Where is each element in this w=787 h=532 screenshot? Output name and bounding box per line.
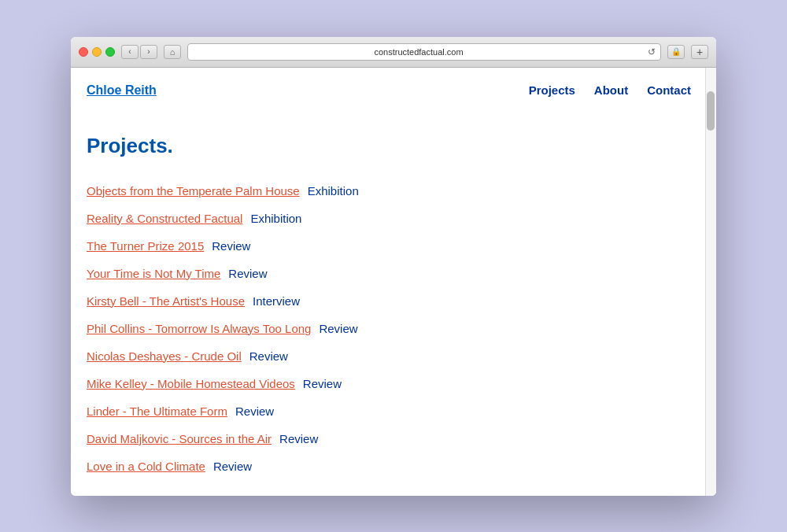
- project-type-4: Review: [228, 265, 267, 282]
- project-type-7: Review: [249, 348, 288, 364]
- project-type-5: Interview: [253, 293, 300, 309]
- project-link-11[interactable]: Love in a Cold Climate: [87, 458, 205, 475]
- site-logo[interactable]: Chloe Reith: [87, 83, 157, 98]
- project-list: Objects from the Temperate Palm House Ex…: [87, 177, 691, 480]
- minimize-button[interactable]: [92, 47, 102, 57]
- project-link-7[interactable]: Nicolas Deshayes - Crude Oil: [87, 348, 242, 364]
- project-type-6: Review: [319, 320, 357, 337]
- list-item: Nicolas Deshayes - Crude Oil Review: [87, 342, 691, 370]
- forward-button[interactable]: ›: [140, 45, 157, 59]
- nav-about[interactable]: About: [594, 83, 628, 97]
- list-item: Objects from the Temperate Palm House Ex…: [87, 177, 691, 205]
- nav-links: Projects About Contact: [529, 83, 691, 97]
- list-item: Kirsty Bell - The Artist's House Intervi…: [87, 287, 691, 315]
- maximize-button[interactable]: [105, 47, 115, 57]
- project-link-2[interactable]: Reality & Constructed Factual: [87, 210, 242, 227]
- project-type-3: Review: [212, 238, 250, 254]
- new-tab-button[interactable]: +: [691, 45, 708, 59]
- project-link-8[interactable]: Mike Kelley - Mobile Homestead Videos: [87, 375, 295, 392]
- traffic-lights: [79, 47, 115, 57]
- nav-buttons: ‹ ›: [121, 45, 157, 59]
- project-link-4[interactable]: Your Time is Not My Time: [87, 265, 220, 282]
- project-link-6[interactable]: Phil Collins - Tomorrow Is Always Too Lo…: [87, 320, 311, 337]
- list-item: Love in a Cold Climate Review: [87, 453, 691, 480]
- security-button[interactable]: 🔒: [667, 45, 685, 59]
- refresh-button[interactable]: ↺: [648, 46, 656, 57]
- project-link-9[interactable]: Linder - The Ultimate Form: [87, 403, 227, 419]
- address-bar[interactable]: [193, 47, 645, 57]
- project-type-9: Review: [235, 403, 274, 419]
- project-type-10: Review: [279, 430, 318, 447]
- project-link-5[interactable]: Kirsty Bell - The Artist's House: [87, 293, 245, 309]
- list-item: Mike Kelley - Mobile Homestead Videos Re…: [87, 370, 691, 397]
- scrollbar-track: [706, 68, 716, 496]
- project-type-8: Review: [303, 375, 342, 392]
- list-item: Reality & Constructed Factual Exhibition: [87, 205, 691, 232]
- project-link-10[interactable]: David Maljkovic - Sources in the Air: [87, 430, 272, 447]
- project-type-1: Exhibition: [308, 183, 359, 199]
- nav-projects[interactable]: Projects: [529, 83, 575, 97]
- website-content: Chloe Reith Projects About Contact Proje…: [71, 68, 716, 496]
- home-button[interactable]: ⌂: [164, 45, 181, 59]
- project-type-2: Exhibition: [250, 210, 301, 227]
- list-item: Linder - The Ultimate Form Review: [87, 397, 691, 425]
- website-inner: Chloe Reith Projects About Contact Proje…: [71, 68, 716, 496]
- list-item: David Maljkovic - Sources in the Air Rev…: [87, 425, 691, 453]
- list-item: Phil Collins - Tomorrow Is Always Too Lo…: [87, 315, 691, 342]
- list-item: Your Time is Not My Time Review: [87, 260, 691, 287]
- back-button[interactable]: ‹: [121, 45, 139, 59]
- scrollbar-handle[interactable]: [707, 91, 715, 131]
- address-bar-container[interactable]: ↺: [187, 43, 661, 61]
- browser-chrome: ‹ › ⌂ ↺ 🔒 +: [71, 37, 716, 68]
- browser-window: ‹ › ⌂ ↺ 🔒 + Chloe Reith Projects About C…: [71, 37, 716, 496]
- project-link-3[interactable]: The Turner Prize 2015: [87, 238, 204, 254]
- page-title: Projects.: [87, 134, 691, 158]
- nav-contact[interactable]: Contact: [647, 83, 691, 97]
- project-type-11: Review: [213, 458, 252, 475]
- main-content: Projects. Objects from the Temperate Pal…: [87, 110, 691, 496]
- scrollbar[interactable]: [705, 68, 716, 496]
- project-link-1[interactable]: Objects from the Temperate Palm House: [87, 183, 300, 199]
- list-item: The Turner Prize 2015 Review: [87, 232, 691, 260]
- site-nav: Chloe Reith Projects About Contact: [87, 68, 691, 110]
- close-button[interactable]: [79, 47, 88, 57]
